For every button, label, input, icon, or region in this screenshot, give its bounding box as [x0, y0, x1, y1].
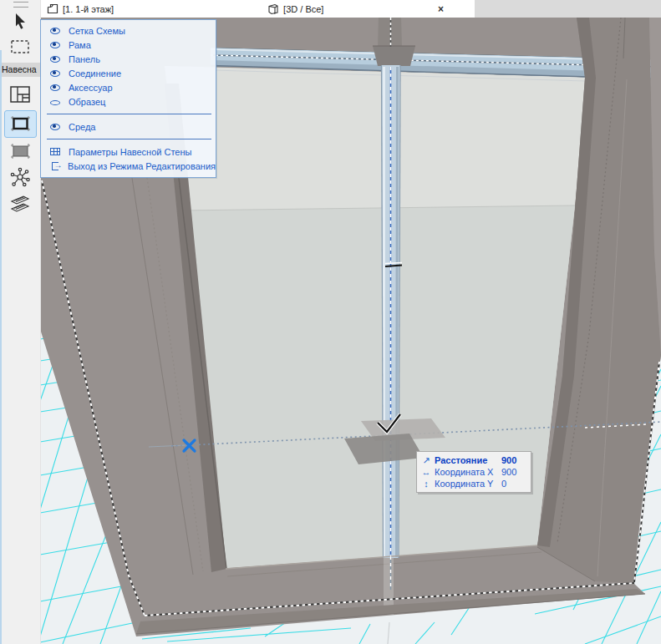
frame-icon [8, 114, 32, 134]
eye-open-icon [48, 124, 62, 130]
tab-label: [3D / Все] [283, 4, 323, 14]
menu-item-frame[interactable]: Рама [41, 38, 216, 52]
menu-separator [47, 114, 211, 114]
accessory-icon [8, 194, 32, 214]
menu-item-environment[interactable]: Среда [41, 119, 216, 134]
eye-closed-icon [48, 99, 62, 105]
coordinate-x-value[interactable]: 900 [501, 467, 516, 477]
curtain-wall-edit-menu: Сетка Схемы Рама Панель Соединение Аксес… [40, 19, 216, 178]
floor-plan-tab-icon [47, 3, 58, 14]
eye-open-icon [48, 28, 62, 34]
selected-mullion[interactable] [381, 65, 402, 558]
tracker-row-coordinate-y: ↕ Координата Y 0 [417, 478, 531, 489]
close-icon[interactable]: × [432, 0, 449, 18]
panel-icon [8, 142, 32, 160]
marquee-tool-button[interactable] [0, 36, 40, 58]
window-edge [0, 50, 2, 644]
exit-icon [48, 162, 61, 170]
arrow-tool-button[interactable] [0, 11, 40, 33]
eye-open-icon [48, 84, 62, 91]
tab-floor-plan[interactable]: [1. 1-й этаж] [40, 0, 120, 18]
frame-tool-button[interactable] [0, 113, 40, 134]
3d-box-tab-icon [267, 3, 279, 15]
tracker-row-distance: ↗ Расстояние 900 [417, 454, 531, 466]
eye-open-icon [48, 42, 62, 48]
distance-value[interactable]: 900 [501, 455, 516, 465]
tracker-row-coordinate-x: ↔ Координата X 900 [417, 466, 531, 478]
vertical-arrow-icon: ↕ [419, 479, 433, 489]
midpoint-snap-marker [385, 263, 402, 264]
coordinate-tracker: ↗ Расстояние 900 ↔ Координата X 900 ↕ Ко… [416, 451, 531, 493]
menu-item-scheme-grid[interactable]: Сетка Схемы [41, 23, 216, 38]
accessory-tool-button[interactable] [0, 193, 40, 215]
palette-handle[interactable] [13, 2, 28, 8]
table-icon [48, 148, 62, 155]
palette-caption: Навесна [0, 63, 40, 77]
menu-item-exit-edit-mode[interactable]: Выход из Режима Редактирования [41, 159, 216, 173]
menu-item-junction[interactable]: Соединение [41, 66, 216, 80]
menu-item-accessory[interactable]: Аксессуар [41, 80, 216, 94]
menu-item-sample[interactable]: Образец [41, 94, 216, 109]
arrow-cursor-icon [10, 12, 30, 32]
eye-open-icon [48, 70, 62, 77]
junction-tool-button[interactable] [0, 167, 40, 189]
tab-3d-view[interactable]: [3D / Все] [261, 0, 330, 18]
scheme-grid-icon [9, 85, 31, 104]
tab-strip: [1. 1-й этаж] [3D / Все] × [40, 0, 475, 18]
tab-label: [1. 1-й этаж] [63, 4, 114, 14]
coordinate-y-value[interactable]: 0 [501, 479, 506, 489]
scheme-grid-tool-button[interactable] [0, 84, 40, 105]
junction-icon [9, 167, 31, 189]
menu-item-curtain-wall-settings[interactable]: Параметры Навесной Стены [41, 145, 216, 159]
menu-separator [47, 139, 211, 139]
marquee-icon [9, 38, 31, 56]
toolbox-palette: Навесна [0, 0, 41, 644]
archicad-curtain-wall-edit-window: { "window": { "tabs": [ {"label": "[1. 1… [0, 0, 661, 644]
eye-open-icon [48, 56, 62, 63]
diagonal-arrow-icon: ↗ [419, 455, 433, 466]
panel-tool-button[interactable] [0, 140, 40, 162]
view-tab-bar: [1. 1-й этаж] [3D / Все] × [40, 0, 661, 18]
menu-item-panel[interactable]: Панель [41, 52, 216, 66]
horizontal-arrow-icon: ↔ [419, 467, 433, 477]
